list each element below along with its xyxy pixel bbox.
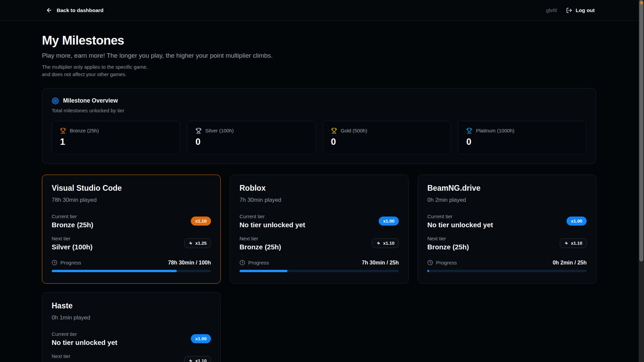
page-note-line2: and does not affect your other games.: [42, 71, 596, 78]
scrollbar-thumb[interactable]: [639, 0, 643, 261]
lightning-icon: [564, 241, 569, 245]
recording-dot: [640, 1, 643, 4]
tier-head: Platinum (1000h): [466, 128, 578, 134]
lightning-icon: [189, 241, 193, 245]
progress-label: Progress: [436, 260, 457, 266]
next-tier-row: Next tier Bronze (25h) x1.10: [52, 353, 211, 362]
next-tier-row: Next tier Bronze (25h) x1.10: [427, 236, 587, 251]
game-card-beamng-drive[interactable]: BeamNG.drive 0h 2min played Current tier…: [418, 175, 596, 284]
logout-icon: [566, 7, 572, 13]
next-multiplier-badge: x1.10: [372, 238, 399, 248]
progress-fill: [52, 270, 177, 272]
logout-label: Log out: [576, 7, 595, 13]
tier-section: Current tier No tier unlocked yet x1.00 …: [239, 214, 399, 251]
progress-bar: [52, 270, 211, 272]
next-tier-value: Bronze (25h): [427, 243, 469, 251]
current-tier-value: Bronze (25h): [52, 221, 93, 229]
next-multiplier-value: x1.10: [195, 358, 207, 362]
progress-bar: [427, 270, 587, 272]
tier-label: Bronze (25h): [70, 128, 99, 133]
game-name: BeamNG.drive: [427, 184, 587, 193]
scrollbar-track[interactable]: [639, 0, 644, 362]
next-tier-block: Next tier Silver (100h): [52, 236, 93, 251]
username: gbrltl: [546, 7, 557, 13]
tier-label: Silver (100h): [205, 128, 234, 133]
main-content: My Milestones Play more, earn more! The …: [0, 21, 596, 362]
game-card-roblox[interactable]: Roblox 7h 30min played Current tier No t…: [230, 175, 409, 284]
trophy-icon: [466, 128, 472, 134]
current-tier-value: No tier unlocked yet: [239, 221, 305, 229]
progress-bar: [239, 270, 399, 272]
clock-icon: [239, 260, 245, 265]
logout-button[interactable]: Log out: [566, 7, 595, 13]
tier-section: Current tier Bronze (25h) x1.10 Next tie…: [52, 214, 211, 251]
current-tier-row: Current tier No tier unlocked yet x1.00: [427, 214, 587, 229]
next-tier-row: Next tier Silver (100h) x1.25: [52, 236, 211, 251]
game-card-haste[interactable]: Haste 0h 1min played Current tier No tie…: [42, 292, 221, 362]
tier-head: Gold (500h): [331, 128, 443, 134]
next-multiplier-badge: x1.25: [184, 238, 211, 248]
next-tier-label: Next tier: [427, 236, 469, 241]
game-played: 0h 2min played: [427, 197, 587, 203]
current-tier-label: Current tier: [427, 214, 493, 219]
next-tier-label: Next tier: [52, 353, 93, 359]
progress-head: Progress 0h 2min / 25h: [427, 260, 587, 266]
progress-head: Progress 78h 30min / 100h: [52, 260, 211, 266]
tier-card-gold: Gold (500h) 0: [323, 121, 451, 154]
tier-card-bronze: Bronze (25h) 1: [52, 121, 180, 154]
progress-fill: [427, 270, 429, 272]
current-multiplier-badge: x1.00: [379, 217, 399, 226]
back-to-dashboard-button[interactable]: Back to dashboard: [46, 7, 104, 13]
lightning-icon: [189, 359, 193, 362]
next-multiplier-value: x1.25: [195, 241, 207, 246]
current-tier-row: Current tier No tier unlocked yet x1.00: [239, 214, 399, 229]
game-played: 0h 1min played: [52, 314, 211, 321]
trophy-icon: [60, 128, 66, 134]
back-label: Back to dashboard: [57, 7, 104, 13]
current-tier-row: Current tier No tier unlocked yet x1.00: [52, 331, 211, 347]
tier-card-silver: Silver (100h) 0: [187, 121, 316, 154]
next-tier-value: Silver (100h): [52, 243, 93, 251]
tier-section: Current tier No tier unlocked yet x1.00 …: [52, 331, 211, 362]
tier-label: Gold (500h): [341, 128, 367, 133]
current-multiplier-badge: x1.00: [567, 217, 587, 226]
next-tier-block: Next tier Bronze (25h): [52, 353, 93, 362]
current-tier-label: Current tier: [52, 214, 93, 219]
current-tier-row: Current tier Bronze (25h) x1.10: [52, 214, 211, 229]
game-card-visual-studio-code[interactable]: Visual Studio Code 78h 30min played Curr…: [42, 175, 221, 284]
current-multiplier-badge: x1.00: [191, 334, 211, 343]
current-tier-value: No tier unlocked yet: [52, 339, 117, 347]
tier-count: 1: [60, 137, 172, 147]
tier-grid: Bronze (25h) 1 Silver (100h) 0: [52, 121, 586, 154]
current-tier-value: No tier unlocked yet: [427, 221, 493, 229]
current-tier-label: Current tier: [52, 331, 117, 337]
trophy-icon: [331, 128, 337, 134]
current-tier-block: Current tier No tier unlocked yet: [52, 331, 117, 347]
milestone-overview-card: Milestone Overview Total milestones unlo…: [42, 88, 596, 164]
tier-count: 0: [331, 137, 443, 147]
progress-text: 78h 30min / 100h: [168, 260, 211, 266]
progress-left: Progress: [239, 260, 269, 266]
tier-head: Bronze (25h): [60, 128, 172, 134]
progress-label: Progress: [248, 260, 269, 266]
current-multiplier-badge: x1.10: [191, 217, 211, 226]
next-tier-label: Next tier: [239, 236, 281, 241]
arrow-left-icon: [46, 7, 52, 13]
lightning-icon: [376, 241, 381, 245]
progress-fill: [239, 270, 287, 272]
clock-icon: [52, 260, 57, 265]
tier-label: Platinum (1000h): [476, 128, 514, 133]
game-name: Visual Studio Code: [52, 184, 211, 193]
current-tier-block: Current tier No tier unlocked yet: [239, 214, 305, 229]
topbar-right: gbrltl Log out: [546, 7, 595, 13]
next-tier-value: Bronze (25h): [239, 243, 281, 251]
games-grid: Visual Studio Code 78h 30min played Curr…: [42, 175, 596, 362]
page-note: The multiplier only applies to the speci…: [42, 63, 596, 78]
tier-count: 0: [196, 137, 307, 147]
overview-subtitle: Total milestones unlocked by tier: [52, 108, 586, 113]
next-multiplier-value: x1.10: [383, 241, 394, 246]
progress-head: Progress 7h 30min / 25h: [239, 260, 399, 266]
next-multiplier-badge: x1.10: [560, 238, 587, 248]
progress-text: 7h 30min / 25h: [362, 260, 399, 266]
progress-left: Progress: [52, 260, 81, 266]
